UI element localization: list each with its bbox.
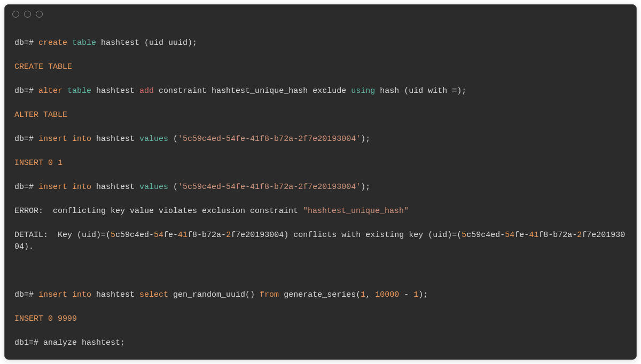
terminal-output[interactable]: db=# create table hashtest (uid uuid); C… — [5, 23, 636, 359]
text: hashtest — [91, 86, 139, 96]
uuid-literal: '5c59c4ed-54fe-41f8-b72a-2f7e20193004' — [178, 134, 361, 144]
uuid-literal: '5c59c4ed-54fe-41f8-b72a-2f7e20193004' — [178, 183, 361, 192]
keyword-insert: INSERT — [14, 159, 43, 168]
text: hashtest — [91, 134, 139, 144]
text: ); — [361, 183, 370, 192]
number: 0 — [48, 314, 53, 323]
cmd-insert-2: db=# insert into hashtest values ('5c59c… — [14, 181, 627, 194]
result-insert-bulk: INSERT 0 9999 — [14, 313, 627, 326]
error-line: ERROR: conflicting key value violates ex… — [14, 205, 627, 218]
number: 1 — [413, 290, 418, 299]
detail-text: DETAIL: Key (uid)=( — [14, 231, 111, 240]
text: hash (uid with =); — [375, 86, 466, 96]
text: ( — [168, 183, 178, 192]
text: hashtest (uid uuid); — [96, 38, 197, 48]
keyword-add: add — [139, 86, 154, 96]
keyword-insert: INSERT — [14, 314, 43, 323]
prompt: db=# — [14, 290, 38, 299]
cmd-create-table: db=# create table hashtest (uid uuid); — [14, 37, 627, 50]
result-alter-table: ALTER TABLE — [14, 109, 627, 122]
keyword-table: table — [72, 38, 96, 48]
traffic-lights — [12, 11, 43, 18]
cmd-analyze: db1=# analyze hashtest; — [14, 337, 627, 350]
close-icon[interactable] — [12, 11, 19, 18]
terminal-window: db=# create table hashtest (uid uuid); C… — [4, 4, 637, 360]
keyword-from: from — [260, 290, 279, 299]
text: constraint hashtest_unique_hash exclude — [154, 86, 351, 96]
minimize-icon[interactable] — [24, 11, 31, 18]
prompt: db1=# — [14, 338, 43, 347]
keyword-values: values — [139, 134, 168, 144]
keyword-using: using — [351, 86, 375, 96]
keyword-alter: alter — [38, 86, 62, 96]
text: ); — [361, 134, 370, 144]
prompt: db=# — [14, 86, 38, 96]
keyword-table: table — [67, 86, 91, 96]
zoom-icon[interactable] — [36, 11, 43, 18]
text: ( — [168, 134, 178, 144]
cmd-insert-bulk: db=# insert into hashtest select gen_ran… — [14, 289, 627, 302]
result-create-table: CREATE TABLE — [14, 61, 627, 74]
text: hashtest — [91, 183, 139, 192]
keyword-select: select — [139, 290, 168, 299]
keyword-insert-into: insert into — [38, 134, 91, 144]
window-titlebar — [5, 5, 636, 23]
keyword-values: values — [139, 183, 168, 192]
cmd-alter-table: db=# alter table hashtest add constraint… — [14, 85, 627, 98]
number: 10000 — [375, 290, 399, 299]
prompt: db=# — [14, 183, 38, 192]
result-insert-1: INSERT 0 1 — [14, 157, 627, 170]
number: 9999 — [58, 314, 77, 323]
error-text: ERROR: conflicting key value violates ex… — [14, 207, 303, 216]
blank-line — [14, 265, 627, 278]
keyword-insert-into: insert into — [38, 183, 91, 192]
number: 0 — [48, 159, 53, 168]
keyword-insert-into: insert into — [38, 290, 91, 299]
keyword-create: create — [38, 38, 67, 48]
text: analyze hashtest; — [43, 338, 125, 347]
number: 1 — [361, 290, 365, 299]
constraint-name: "hashtest_unique_hash" — [303, 207, 409, 216]
cmd-insert-1: db=# insert into hashtest values ('5c59c… — [14, 133, 627, 146]
prompt: db=# — [14, 38, 38, 48]
prompt: db=# — [14, 134, 38, 144]
number: 1 — [58, 159, 62, 168]
detail-line: DETAIL: Key (uid)=(5c59c4ed-54fe-41f8-b7… — [14, 230, 627, 254]
